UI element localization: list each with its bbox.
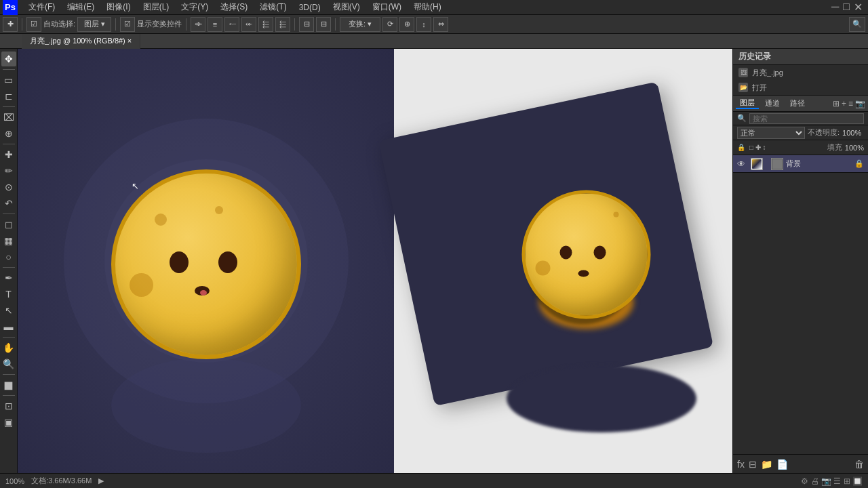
menu-file[interactable]: 文件(F)	[23, 0, 60, 14]
eyedropper-tool[interactable]: ⊕	[1, 126, 16, 141]
layer-lock-icon: 🔒	[854, 159, 864, 168]
menu-text[interactable]: 文字(Y)	[176, 0, 214, 14]
layer-visibility-eye[interactable]: 👁	[737, 159, 745, 169]
distribute-v[interactable]: ⊟	[316, 17, 331, 32]
status-arrow[interactable]: ▶	[98, 476, 104, 485]
canvas-area[interactable]: ↖	[18, 49, 732, 473]
mode-btn-1[interactable]: ⟳	[382, 17, 397, 32]
align-left[interactable]: ⬲	[191, 17, 205, 32]
tool-separator-3	[3, 144, 15, 144]
right-panel: 历史记录 🖼 月亮_.jpg 📂 打开 图层 通道 路径 ⊞ + ≡ 📷	[732, 49, 868, 473]
3d-mode-dropdown[interactable]: 变换: ▾	[340, 17, 380, 32]
moon-small-eye-left	[559, 246, 572, 260]
distribute-h[interactable]: ⊟	[299, 17, 314, 32]
hand-tool[interactable]: ✋	[1, 340, 16, 355]
panel-add-btn[interactable]: +	[842, 99, 846, 108]
history-item-1[interactable]: 📂 打开	[733, 80, 868, 95]
text-tool[interactable]: T	[1, 287, 16, 302]
tools-panel: ✥ ▭ ⊏ ⌧ ⊕ ✚ ✏ ⊙ ↶ ◻ ▦ ○ ✒ T ↖ ▬ ✋ 🔍 ◼ ⊡ …	[0, 49, 18, 473]
eraser-tool[interactable]: ◻	[1, 217, 16, 232]
layers-search-input[interactable]	[749, 113, 864, 124]
dodge-tool[interactable]: ○	[1, 249, 16, 264]
new-layer-button-2[interactable]: 📄	[776, 459, 788, 470]
blend-mode-select[interactable]: 正常	[737, 127, 805, 139]
zoom-tool[interactable]: 🔍	[1, 357, 16, 371]
new-group-button[interactable]: 📁	[761, 459, 772, 470]
active-tab[interactable]: 月亮_.jpg @ 100% (RGB/8#) ×	[22, 34, 140, 49]
toolbar-top: ✚ ☑ 自动选择: 图层 ▾ ☑ 显示变换控件 ⬲ ≡ ⬳ ⬰ ⬱ ⬱ ⊟ ⊟ …	[0, 15, 868, 34]
history-item-0[interactable]: 🖼 月亮_.jpg	[733, 65, 868, 80]
moon-spot-1	[130, 273, 153, 297]
menu-filter[interactable]: 滤镜(T)	[254, 0, 292, 14]
crop-tool[interactable]: ⌧	[1, 110, 16, 125]
show-transform-check[interactable]: ☑	[120, 17, 135, 32]
layers-tab-channels[interactable]: 通道	[761, 98, 784, 108]
quick-mask-tool[interactable]: ⊡	[1, 399, 16, 413]
tool-separator-7	[3, 374, 15, 375]
moon-circle-small	[522, 190, 651, 319]
screen-mode-tool[interactable]: ▣	[1, 415, 16, 430]
layer-item-background[interactable]: 👁 背景 🔒	[733, 155, 868, 173]
menu-view[interactable]: 视图(V)	[328, 0, 366, 14]
blend-mode-row: 正常 不透明度: 100%	[733, 125, 868, 140]
menu-edit[interactable]: 编辑(E)	[62, 0, 100, 14]
menu-bar: Ps 文件(F) 编辑(E) 图像(I) 图层(L) 文字(Y) 选择(S) 滤…	[0, 0, 868, 15]
panel-menu-btn[interactable]: ⊞	[833, 99, 840, 108]
mode-btn-2[interactable]: ⊕	[399, 17, 414, 32]
history-brush-tool[interactable]: ↶	[1, 196, 16, 211]
menu-select[interactable]: 选择(S)	[215, 0, 253, 14]
moon-eye-right	[218, 251, 237, 273]
gradient-tool[interactable]: ▦	[1, 233, 16, 248]
align-bottom[interactable]: ⬱	[275, 17, 290, 32]
tool-separator-2	[3, 106, 15, 107]
menu-3d[interactable]: 3D(D)	[294, 1, 326, 14]
search-button[interactable]: 🔍	[849, 17, 865, 32]
layer-type-dropdown[interactable]: 图层 ▾	[77, 17, 111, 32]
add-style-button[interactable]: fx	[737, 459, 745, 470]
layers-tab-layers[interactable]: 图层	[736, 98, 759, 109]
menu-window[interactable]: 窗口(W)	[367, 0, 407, 14]
moon-spot-2	[215, 206, 223, 214]
moon-spot-3	[155, 214, 167, 226]
tool-separator-6	[3, 337, 15, 338]
move-tool[interactable]: ✥	[1, 52, 16, 66]
layer-mask-thumb	[771, 158, 783, 170]
menu-help[interactable]: 帮助(H)	[408, 0, 447, 14]
shape-tool[interactable]: ▬	[1, 319, 16, 334]
bottom-arc	[111, 358, 301, 453]
minimize-button[interactable]: ─	[831, 1, 839, 14]
new-layer-button[interactable]: ✚	[3, 17, 18, 32]
stamp-tool[interactable]: ⊙	[1, 180, 16, 195]
delete-layer-button[interactable]: 🗑	[854, 459, 864, 470]
fill-row: 🔒 □ ✚ ↕ 填充 100%	[733, 140, 868, 155]
lock-icon: 🔒	[737, 144, 745, 151]
layers-tab-paths[interactable]: 路径	[786, 98, 809, 108]
align-top[interactable]: ⬰	[241, 17, 256, 32]
auto-select-check[interactable]: ☑	[26, 17, 41, 32]
rect-select-tool[interactable]: ▭	[1, 73, 16, 87]
align-center-h[interactable]: ≡	[208, 17, 222, 32]
path-select-tool[interactable]: ↖	[1, 303, 16, 318]
brush-tool[interactable]: ✏	[1, 163, 16, 178]
opacity-value[interactable]: 100%	[842, 129, 861, 137]
history-panel-header: 历史记录	[733, 49, 868, 65]
mode-btn-4[interactable]: ⇔	[433, 17, 448, 32]
mode-btn-3[interactable]: ↕	[416, 17, 431, 32]
heal-tool[interactable]: ✚	[1, 147, 16, 162]
pen-tool[interactable]: ✒	[1, 270, 16, 285]
fill-value[interactable]: 100%	[845, 144, 864, 152]
restore-button[interactable]: □	[843, 1, 850, 14]
menu-layer[interactable]: 图层(L)	[138, 0, 175, 14]
foreground-bg-tool[interactable]: ◼	[1, 378, 16, 392]
close-button[interactable]: ✕	[854, 1, 863, 14]
panel-camera-btn[interactable]: 📷	[855, 99, 865, 108]
add-mask-button[interactable]: ⊟	[749, 459, 757, 470]
lasso-tool[interactable]: ⊏	[1, 89, 16, 104]
history-item-label-0: 月亮_.jpg	[752, 68, 783, 78]
menu-image[interactable]: 图像(I)	[101, 0, 136, 14]
panel-options-btn[interactable]: ≡	[848, 99, 853, 108]
align-right[interactable]: ⬳	[224, 17, 239, 32]
cloud-shadow	[507, 365, 696, 432]
align-center-v[interactable]: ⬱	[258, 17, 273, 32]
history-item-icon-0: 🖼	[738, 68, 748, 77]
